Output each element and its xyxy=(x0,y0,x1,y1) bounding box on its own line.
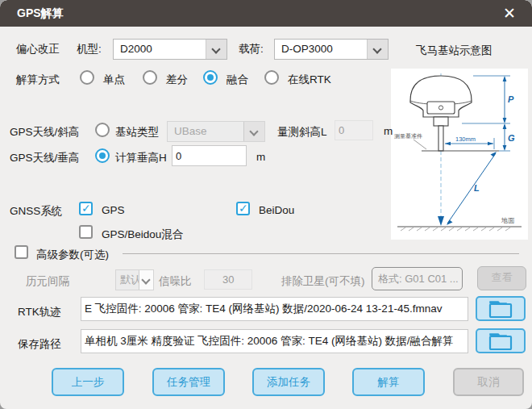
radio-differential-label[interactable]: 差分 xyxy=(166,73,188,87)
radio-base-type[interactable] xyxy=(95,123,110,137)
gps-solve-dialog: GPS解算 ✕ 偏心改正 机型: D2000 载荷: D-OP3000 飞马基站… xyxy=(0,0,532,409)
radio-single-point[interactable] xyxy=(80,70,94,85)
slant-height-label: 量测斜高L xyxy=(277,125,327,140)
solve-method-label: 解算方式 xyxy=(16,73,60,87)
model-select[interactable]: D2000 xyxy=(113,39,227,60)
base-type-select: UBase xyxy=(167,121,265,142)
save-path-input[interactable] xyxy=(81,329,468,353)
radio-vertical-height[interactable] xyxy=(95,148,110,163)
payload-select[interactable]: D-OP3000 xyxy=(274,39,389,60)
save-path-browse-button[interactable] xyxy=(476,328,526,353)
close-icon[interactable]: ✕ xyxy=(498,2,521,25)
dialog-title: GPS解算 xyxy=(17,6,64,21)
chevron-down-icon xyxy=(139,270,153,290)
snr-label: 信噪比 xyxy=(159,274,192,289)
title-bar: GPS解算 ✕ xyxy=(0,0,532,27)
checkbox-gps-label[interactable]: GPS xyxy=(102,204,125,216)
exclude-satellites-input xyxy=(372,267,463,290)
slant-height-input xyxy=(335,120,373,140)
folder-icon xyxy=(488,300,513,318)
eccentric-correction-label: 偏心改正 xyxy=(16,42,60,56)
previous-step-button[interactable]: 上一步 xyxy=(52,368,124,396)
svg-text:P: P xyxy=(508,94,514,104)
chevron-down-icon xyxy=(367,40,388,59)
task-manage-button[interactable]: 任务管理 xyxy=(152,368,225,396)
chevron-down-icon xyxy=(243,122,264,141)
checkbox-beidou-label[interactable]: BeiDou xyxy=(259,204,294,216)
epoch-interval-select: 默认 xyxy=(115,269,154,290)
slant-unit-label: m xyxy=(384,125,393,137)
cancel-button: 取消 xyxy=(453,368,524,396)
chevron-down-icon xyxy=(206,40,227,59)
payload-label: 载荷: xyxy=(239,42,264,56)
checkbox-gps[interactable] xyxy=(79,202,93,215)
antenna-slant-label: GPS天线/斜高 xyxy=(10,125,79,140)
checkbox-gps-beidou-mixed[interactable] xyxy=(79,225,93,239)
radio-single-point-label[interactable]: 单点 xyxy=(103,73,125,87)
svg-text:L: L xyxy=(474,183,480,193)
model-label: 机型: xyxy=(77,42,102,56)
model-select-value: D2000 xyxy=(120,43,152,55)
radio-fusion[interactable] xyxy=(203,70,218,85)
advanced-params-label[interactable]: 高级参数(可选) xyxy=(36,248,109,262)
rtk-track-input[interactable] xyxy=(81,297,468,321)
view-button: 查看 xyxy=(477,266,526,290)
vertical-height-input[interactable] xyxy=(172,145,247,166)
radio-online-rtk[interactable] xyxy=(264,70,279,85)
dim-130mm-text: 130mm xyxy=(455,136,476,143)
checkbox-advanced-params[interactable] xyxy=(15,245,28,259)
section-divider xyxy=(123,253,519,254)
add-task-button[interactable]: 添加任务 xyxy=(252,368,325,396)
radio-fusion-label[interactable]: 融合 xyxy=(227,73,248,87)
payload-select-value: D-OP3000 xyxy=(281,43,333,55)
gnss-system-label: GNSS系统 xyxy=(10,204,62,219)
base-station-diagram: P G 130mm L xyxy=(391,69,528,240)
radio-differential[interactable] xyxy=(143,70,157,85)
solve-button[interactable]: 解算 xyxy=(352,368,425,396)
exclude-satellites-label: 排除卫星(可不填) xyxy=(281,274,365,289)
diagram-title: 飞马基站示意图 xyxy=(416,44,493,58)
rtk-track-browse-button[interactable] xyxy=(476,296,526,321)
base-type-select-value: UBase xyxy=(174,125,207,137)
checkbox-beidou[interactable] xyxy=(236,202,250,215)
vertical-unit-label: m xyxy=(256,151,265,163)
save-path-label: 保存路径 xyxy=(18,337,61,352)
vertical-height-label[interactable]: 计算垂高H xyxy=(115,151,167,165)
rtk-track-label: RTK轨迹 xyxy=(18,305,61,319)
checkbox-gps-beidou-mixed-label[interactable]: GPS/Beidou混合 xyxy=(102,227,183,242)
ground-text: 地面 xyxy=(501,217,515,224)
snr-input xyxy=(204,269,252,290)
svg-text:G: G xyxy=(508,133,515,143)
antenna-vertical-label: GPS天线/垂高 xyxy=(10,151,79,165)
antenna-diagram-image: P G 130mm L xyxy=(391,69,528,240)
base-type-label[interactable]: 基站类型 xyxy=(115,125,159,140)
ref-part-text: 测量基准件 xyxy=(394,133,422,140)
folder-icon xyxy=(488,332,513,350)
radio-online-rtk-label[interactable]: 在线RTK xyxy=(288,73,331,87)
epoch-interval-label: 历元间隔 xyxy=(26,274,69,289)
